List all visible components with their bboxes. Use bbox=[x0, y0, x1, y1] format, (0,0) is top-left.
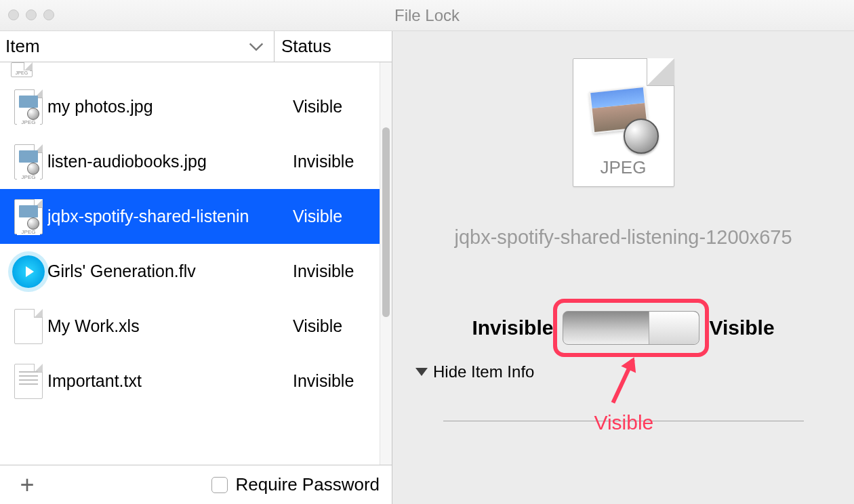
scrollbar-thumb[interactable] bbox=[382, 127, 390, 317]
file-name: Important.txt bbox=[47, 371, 279, 391]
detail-pane: JPEG jqbx-spotify-shared-listening-1200x… bbox=[392, 31, 854, 504]
jpeg-file-icon: JPEG bbox=[9, 144, 47, 180]
detail-filename: jqbx-spotify-shared-listening-1200x675 bbox=[454, 226, 792, 249]
table-row[interactable]: JPEG my photos.jpg Visible bbox=[0, 79, 392, 134]
magnifier-icon bbox=[624, 119, 659, 154]
file-list-pane: Item Status JPEG JPEG my photos.jpg bbox=[0, 31, 392, 504]
require-password-checkbox[interactable]: Require Password bbox=[211, 474, 380, 495]
minimize-icon[interactable] bbox=[26, 9, 37, 20]
window-controls bbox=[8, 9, 54, 20]
window: File Lock Item Status JPEG bbox=[0, 0, 854, 504]
txt-file-icon bbox=[9, 364, 47, 399]
visibility-toggle[interactable] bbox=[563, 311, 699, 345]
column-item-label: Item bbox=[5, 36, 40, 57]
hide-item-info-label: Hide Item Info bbox=[433, 362, 534, 381]
file-name: listen-audiobooks.jpg bbox=[47, 152, 279, 171]
file-name: my photos.jpg bbox=[47, 97, 279, 117]
file-status: Visible bbox=[279, 207, 392, 226]
chevron-down-icon bbox=[247, 37, 266, 56]
file-list: JPEG JPEG my photos.jpg Visible JPEG lis… bbox=[0, 62, 392, 465]
file-kind-label: JPEG bbox=[573, 157, 674, 178]
column-status-label: Status bbox=[281, 36, 331, 57]
file-name: jqbx-spotify-shared-listenin bbox=[47, 207, 279, 226]
jpeg-file-icon: JPEG bbox=[9, 89, 47, 125]
table-row[interactable]: Important.txt Invisible bbox=[0, 354, 392, 408]
file-status: Invisible bbox=[279, 152, 392, 171]
file-name: Girls' Generation.flv bbox=[47, 261, 279, 281]
zoom-icon[interactable] bbox=[43, 9, 54, 20]
file-status: Visible bbox=[279, 97, 392, 117]
column-item[interactable]: Item bbox=[0, 31, 274, 62]
xls-file-icon bbox=[9, 309, 47, 344]
checkbox-icon bbox=[211, 477, 228, 493]
disclosure-triangle-icon bbox=[415, 368, 428, 376]
close-icon[interactable] bbox=[8, 9, 19, 20]
hide-item-info[interactable]: Hide Item Info bbox=[415, 362, 534, 381]
flv-file-icon bbox=[9, 255, 47, 288]
require-password-label: Require Password bbox=[236, 474, 380, 495]
file-preview-icon: JPEG bbox=[573, 58, 674, 187]
invisible-label: Invisible bbox=[472, 316, 553, 339]
visibility-row: Invisible Visible Visible bbox=[472, 311, 774, 345]
add-button[interactable]: + bbox=[12, 471, 42, 499]
file-status: Invisible bbox=[279, 371, 392, 391]
toggle-knob[interactable] bbox=[649, 312, 699, 344]
table-row[interactable]: Girls' Generation.flv Invisible bbox=[0, 244, 392, 299]
jpeg-tag-icon: JPEG bbox=[11, 62, 33, 79]
visible-label: Visible bbox=[709, 316, 774, 339]
jpeg-file-icon: JPEG bbox=[9, 199, 47, 234]
titlebar[interactable]: File Lock bbox=[0, 0, 854, 31]
column-headers: Item Status bbox=[0, 31, 392, 62]
window-title: File Lock bbox=[394, 6, 460, 25]
scrollbar[interactable] bbox=[380, 62, 392, 465]
file-name: My Work.xls bbox=[47, 316, 279, 336]
file-status: Invisible bbox=[279, 261, 392, 281]
annotation-label: Visible bbox=[594, 411, 653, 434]
left-footer: + Require Password bbox=[0, 465, 392, 504]
table-row[interactable]: JPEG listen-audiobooks.jpg Invisible bbox=[0, 134, 392, 189]
annotation-arrow-icon bbox=[611, 359, 635, 404]
table-row-selected[interactable]: JPEG jqbx-spotify-shared-listenin Visibl… bbox=[0, 189, 392, 244]
file-status: Visible bbox=[279, 316, 392, 336]
table-row[interactable]: My Work.xls Visible bbox=[0, 299, 392, 354]
column-status[interactable]: Status bbox=[274, 31, 392, 62]
